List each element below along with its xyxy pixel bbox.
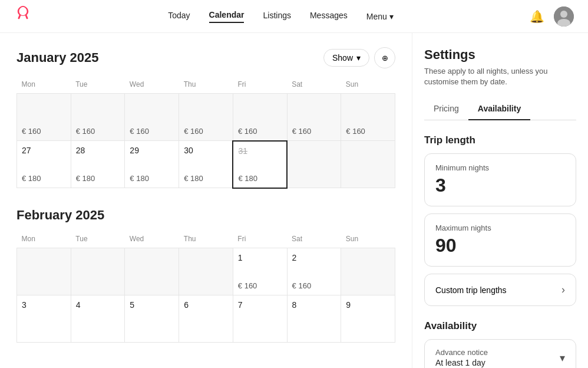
- jan-cell-empty-7[interactable]: € 160: [341, 94, 395, 141]
- feb-cell-5[interactable]: 5: [125, 295, 179, 342]
- min-nights-value: 3: [435, 175, 565, 196]
- feb-cell-8[interactable]: 8: [287, 295, 341, 342]
- jan-cell-28[interactable]: 28€ 180: [71, 141, 125, 188]
- table-row: 1€ 160 2€ 160: [17, 248, 395, 295]
- custom-trip-label: Custom trip lengths: [435, 285, 507, 295]
- jan-cell-31[interactable]: 31€ 180: [233, 141, 287, 188]
- main-layout: January 2025 Show ▾ ⊕ Mon Tue We: [0, 33, 588, 368]
- trip-length-title: Trip length: [424, 134, 576, 146]
- nav-menu-label: Menu: [366, 12, 387, 21]
- weekday-sun: Sun: [341, 232, 395, 248]
- advance-notice-label: Advance notice: [435, 348, 488, 357]
- jan-cell-27[interactable]: 27€ 180: [17, 141, 71, 188]
- chevron-right-icon: ›: [561, 284, 565, 296]
- feb-cell-6[interactable]: 6: [179, 295, 233, 342]
- settings-panel: Settings These apply to all nights, unle…: [412, 33, 588, 368]
- settings-tabs: Pricing Availability: [424, 99, 576, 120]
- feb-cell-2[interactable]: 2€ 160: [287, 248, 341, 295]
- feb-cell-4[interactable]: 4: [71, 295, 124, 342]
- nav-right: 🔔: [530, 6, 574, 27]
- table-row: 27€ 180 28€ 180 29€ 180 30€ 180 31€ 180: [17, 141, 395, 188]
- jan-cell-blank-sat[interactable]: [287, 141, 341, 188]
- notification-bell-icon[interactable]: 🔔: [530, 9, 544, 24]
- feb-cell-7[interactable]: 7: [233, 295, 287, 342]
- nav-links: Today Calendar Listings Messages Menu ▾: [168, 10, 394, 23]
- weekday-thu: Thu: [179, 232, 233, 248]
- jan-cell-29[interactable]: 29€ 180: [125, 141, 179, 188]
- february-grid: Mon Tue Wed Thu Fri Sat Sun: [16, 232, 395, 343]
- calendar-panel: January 2025 Show ▾ ⊕ Mon Tue We: [0, 33, 412, 368]
- show-button[interactable]: Show ▾: [323, 49, 369, 67]
- feb-disabled-1[interactable]: [17, 248, 71, 295]
- max-nights-label: Maximum nights: [435, 224, 565, 232]
- february-section: February 2025 Mon Tue Wed Thu Fri Sat Su…: [16, 208, 395, 343]
- settings-description: These apply to all nights, unless you cu…: [424, 66, 576, 87]
- chevron-down-icon: ▾: [389, 12, 394, 21]
- nav-calendar[interactable]: Calendar: [209, 10, 245, 23]
- jan-cell-empty-4[interactable]: € 160: [179, 94, 233, 141]
- jan-cell-empty-2[interactable]: € 160: [71, 94, 125, 141]
- jan-cell-empty-5[interactable]: € 160: [233, 94, 287, 141]
- custom-trip-button[interactable]: Custom trip lengths ›: [424, 274, 576, 306]
- feb-cell-9[interactable]: 9: [341, 295, 395, 342]
- february-title: February 2025: [16, 208, 104, 223]
- advance-notice-info: Advance notice At least 1 day: [435, 348, 488, 367]
- feb-disabled-4[interactable]: [179, 248, 233, 295]
- table-row: € 160 € 160 € 160 € 160 € 160 € 160 € 16…: [17, 94, 395, 141]
- weekday-wed: Wed: [125, 78, 179, 94]
- jan-cell-empty-3[interactable]: € 160: [125, 94, 179, 141]
- maximum-nights-card[interactable]: Maximum nights 90: [424, 213, 576, 267]
- weekday-tue: Tue: [71, 232, 124, 248]
- sync-icon: ⊕: [382, 54, 388, 63]
- navigation: Today Calendar Listings Messages Menu ▾ …: [0, 0, 588, 33]
- weekday-sat: Sat: [287, 78, 341, 94]
- weekday-fri: Fri: [233, 78, 287, 94]
- weekday-tue: Tue: [71, 78, 125, 94]
- avatar[interactable]: [554, 6, 574, 27]
- january-section: January 2025 Show ▾ ⊕ Mon Tue We: [16, 47, 395, 189]
- feb-disabled-2[interactable]: [71, 248, 124, 295]
- weekday-mon: Mon: [17, 78, 71, 94]
- jan-cell-empty-1[interactable]: € 160: [17, 94, 71, 141]
- weekday-thu: Thu: [179, 78, 233, 94]
- show-label: Show: [332, 53, 353, 63]
- table-row: 3 4 5 6 7 8 9: [17, 295, 395, 342]
- nav-menu[interactable]: Menu ▾: [366, 12, 394, 21]
- availability-title: Availability: [424, 320, 576, 332]
- minimum-nights-card[interactable]: Minimum nights 3: [424, 153, 576, 206]
- tab-availability[interactable]: Availability: [468, 99, 530, 120]
- january-grid: Mon Tue Wed Thu Fri Sat Sun € 160 € 160 …: [16, 78, 395, 189]
- airbnb-logo[interactable]: [14, 5, 32, 27]
- february-header: February 2025: [16, 208, 395, 223]
- jan-cell-30[interactable]: 30€ 180: [179, 141, 233, 188]
- chevron-down-icon: ▾: [560, 351, 565, 364]
- nav-today[interactable]: Today: [168, 11, 190, 22]
- availability-section: Availability Advance notice At least 1 d…: [424, 320, 576, 368]
- svg-point-1: [560, 11, 567, 18]
- weekday-sun: Sun: [341, 78, 395, 94]
- tab-pricing[interactable]: Pricing: [424, 99, 468, 120]
- advance-notice-card[interactable]: Advance notice At least 1 day ▾: [424, 339, 576, 368]
- feb-blank-sun[interactable]: [341, 248, 395, 295]
- weekday-sat: Sat: [287, 232, 341, 248]
- weekday-fri: Fri: [233, 232, 287, 248]
- max-nights-value: 90: [435, 235, 565, 257]
- nav-left: [14, 5, 32, 27]
- feb-disabled-3[interactable]: [125, 248, 179, 295]
- january-header: January 2025 Show ▾ ⊕: [16, 47, 395, 68]
- min-nights-label: Minimum nights: [435, 163, 565, 172]
- weekday-mon: Mon: [17, 232, 71, 248]
- feb-cell-1[interactable]: 1€ 160: [233, 248, 287, 295]
- jan-cell-blank-sun[interactable]: [341, 141, 395, 188]
- nav-messages[interactable]: Messages: [310, 11, 348, 22]
- advance-notice-value: At least 1 day: [435, 358, 488, 367]
- chevron-down-icon: ▾: [356, 53, 361, 63]
- sync-button[interactable]: ⊕: [374, 47, 395, 68]
- january-title: January 2025: [16, 50, 98, 65]
- settings-title: Settings: [424, 47, 576, 63]
- feb-cell-3[interactable]: 3: [17, 295, 71, 342]
- jan-cell-empty-6[interactable]: € 160: [287, 94, 341, 141]
- nav-listings[interactable]: Listings: [263, 11, 290, 22]
- trip-length-section: Trip length Minimum nights 3 Maximum nig…: [424, 134, 576, 267]
- weekday-wed: Wed: [125, 232, 179, 248]
